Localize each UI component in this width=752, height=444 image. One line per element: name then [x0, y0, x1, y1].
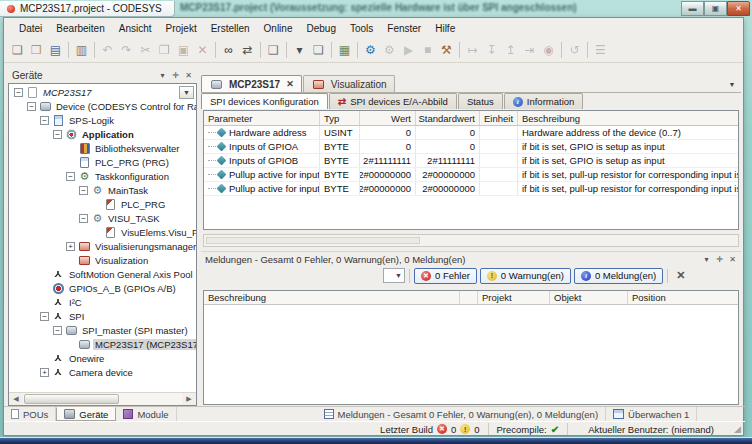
tree-item-spi-master-spi-master[interactable]: −SPI_master (SPI master) — [9, 323, 196, 337]
save-project-icon[interactable]: ▤ — [46, 40, 65, 59]
expander-minus-icon[interactable]: − — [79, 214, 88, 223]
menu-projekt[interactable]: Projekt — [159, 21, 204, 36]
cell-wert[interactable]: 0 — [360, 126, 416, 139]
cell-parameter: Pullup active for inputs A — [204, 168, 320, 181]
subtab-information[interactable]: iInformation — [504, 93, 584, 109]
view-tab-module[interactable]: Module — [116, 407, 176, 421]
close-tab-icon[interactable]: ✕ — [286, 79, 294, 89]
panel-tab-meldungen-gesamt-0-fehle[interactable]: Meldungen - Gesamt 0 Fehler, 0 Warnung(e… — [317, 407, 607, 421]
filter-0-fehler[interactable]: ✕0 Fehler — [414, 268, 477, 284]
tree-item-onewire[interactable]: Onewire — [9, 351, 196, 365]
panel-menu-icon[interactable]: ▾ — [156, 69, 169, 81]
expander-minus-icon[interactable]: − — [40, 116, 49, 125]
menu-fenster[interactable]: Fenster — [380, 21, 428, 36]
parameter-row-hardware-address[interactable]: Hardware addressUSINT00Hardware address … — [204, 126, 738, 140]
tree-item-device-codesys-control-for-raspberry-pi[interactable]: −Device (CODESYS Control for Raspberry P… — [9, 99, 196, 113]
tree-item-mcp23s17-mcp23s17[interactable]: MCP23S17 (MCP23S17) — [9, 337, 196, 351]
menu-ansicht[interactable]: Ansicht — [112, 21, 159, 36]
filter-0-warnung-en[interactable]: !0 Warnung(en) — [480, 268, 571, 284]
menu-debug[interactable]: Debug — [299, 21, 342, 36]
parameter-row-pullup-active-for-inputs-b[interactable]: Pullup active for inputs BBYTE2#00000000… — [204, 182, 738, 196]
tree-item-taskkonfiguration[interactable]: −Taskkonfiguration — [9, 169, 196, 183]
expander-minus-icon[interactable]: − — [27, 102, 36, 111]
tab-list-dropdown-icon[interactable]: ▼ — [725, 78, 739, 91]
cell-wert[interactable]: 0 — [360, 140, 416, 153]
doc-tab-mcp23s17[interactable]: MCP23S17✕ — [201, 75, 302, 92]
menu-online[interactable]: Online — [257, 21, 300, 36]
tree-item-camera-device[interactable]: +Camera device — [9, 365, 196, 379]
menu-datei[interactable]: Datei — [12, 21, 49, 36]
expander-minus-icon[interactable]: − — [66, 172, 75, 181]
scroll-left-icon[interactable]: ◀ — [9, 393, 23, 405]
close-button[interactable]: ✕ — [727, 1, 750, 16]
tree-horizontal-scrollbar[interactable]: ◀ ▶ — [9, 392, 196, 405]
parameter-row-inputs-of-gpioa[interactable]: Inputs of GPIOABYTE00if bit is set, GPIO… — [204, 140, 738, 154]
subtab-spi-devices-e-a-abbild[interactable]: SPI devices E/A-Abbild — [329, 93, 457, 109]
expander-plus-icon[interactable]: + — [40, 368, 49, 377]
close-icon[interactable]: ✕ — [726, 253, 739, 265]
tree-item-visualisierungsmanager[interactable]: +Visualisierungsmanager — [9, 239, 196, 253]
filter-0-meldung-en[interactable]: i0 Meldung(en) — [574, 268, 663, 284]
menu-tools[interactable]: Tools — [343, 21, 380, 36]
scroll-right-icon[interactable]: ▶ — [182, 393, 196, 405]
menu-bearbeiten[interactable]: Bearbeiten — [49, 21, 111, 36]
find-icon[interactable]: ∞ — [219, 40, 238, 59]
cell-wert[interactable]: 2#00000000 — [360, 182, 416, 195]
open-project-icon[interactable]: ❒ — [27, 40, 46, 59]
maximize-button[interactable]: ▣ — [704, 1, 727, 16]
editor-horizontal-scrollbar[interactable] — [203, 234, 739, 247]
expander-minus-icon[interactable]: − — [14, 88, 23, 97]
build-icon[interactable]: ▾ — [290, 40, 309, 59]
view-tab-ger-te[interactable]: Geräte — [56, 407, 116, 421]
message-category-dropdown[interactable]: ▼ — [383, 268, 405, 283]
tree-item-visuelems-visu-prg[interactable]: VisuElems.Visu_Prg — [9, 225, 196, 239]
tree-item-softmotion-general-axis-pool[interactable]: SoftMotion General Axis Pool — [9, 267, 196, 281]
tree-item-sps-logik[interactable]: −SPS-Logik — [9, 113, 196, 127]
expander-minus-icon[interactable]: − — [79, 186, 88, 195]
menu-hilfe[interactable]: Hilfe — [428, 21, 462, 36]
menu-erstellen[interactable]: Erstellen — [204, 21, 257, 36]
tree-item-visualization[interactable]: Visualization — [9, 253, 196, 267]
clean-icon[interactable]: ▦ — [335, 40, 354, 59]
tree-item-maintask[interactable]: −MainTask — [9, 183, 196, 197]
new-project-icon[interactable]: ❏ — [8, 40, 27, 59]
export-icon[interactable]: ❑ — [264, 40, 283, 59]
scroll-track[interactable] — [23, 393, 182, 405]
view-tab-pous[interactable]: POUs — [4, 407, 56, 421]
cell-wert[interactable]: 2#00000000 — [360, 168, 416, 181]
pin-icon[interactable]: ✛ — [713, 253, 726, 265]
panel-menu-icon[interactable]: ▾ — [700, 253, 713, 265]
clear-messages-icon[interactable]: ✕ — [672, 269, 689, 282]
login-icon[interactable]: ⚙ — [361, 40, 380, 59]
expander-minus-icon[interactable]: − — [40, 312, 49, 321]
tree-item-plc-prg[interactable]: PLC_PRG — [9, 197, 196, 211]
parameter-row-inputs-of-gpiob[interactable]: Inputs of GPIOBBYTE2#111111112#11111111i… — [204, 154, 738, 168]
tree-item-bibliotheksverwalter[interactable]: Bibliotheksverwalter — [9, 141, 196, 155]
subtab-spi-devices-konfiguration[interactable]: SPI devices Konfiguration — [201, 93, 328, 109]
expander-minus-icon[interactable]: − — [53, 130, 62, 139]
tree-item-plc-prg-prg[interactable]: PLC_PRG (PRG) — [9, 155, 196, 169]
minimize-button[interactable]: ▬ — [681, 1, 704, 16]
device-selector-dropdown[interactable]: ▼ — [179, 86, 194, 99]
panel-tab-berwachen-1[interactable]: Überwachen 1 — [606, 407, 697, 421]
pin-icon[interactable]: ✛ — [169, 69, 182, 81]
debug-tools-icon[interactable]: ⚒ — [437, 40, 456, 59]
tree-item-spi[interactable]: −SPI — [9, 309, 196, 323]
tree-item-i-c[interactable]: I²C — [9, 295, 196, 309]
parameter-row-pullup-active-for-inputs-a[interactable]: Pullup active for inputs ABYTE2#00000000… — [204, 168, 738, 182]
doc-tab-visualization[interactable]: Visualization — [303, 75, 395, 92]
find-replace-icon[interactable]: ⇄ — [238, 40, 257, 59]
expander-plus-icon[interactable]: + — [66, 242, 75, 251]
subtab-status[interactable]: Status — [458, 93, 503, 109]
tree-item-application[interactable]: −Application — [9, 127, 196, 141]
cell-wert[interactable]: 2#11111111 — [360, 154, 416, 167]
print-icon[interactable]: ▥ — [72, 40, 91, 59]
tree-item-visu-task[interactable]: −VISU_TASK — [9, 211, 196, 225]
close-icon[interactable]: ✕ — [182, 69, 195, 81]
scroll-thumb[interactable] — [24, 394, 119, 404]
tree-item-gpios-a-b-gpios-a-b[interactable]: GPIOs_A_B (GPIOs A/B) — [9, 281, 196, 295]
generate-code-icon[interactable]: ❏ — [309, 40, 328, 59]
resize-grip-icon[interactable]: ◢ — [734, 424, 741, 434]
expander-minus-icon[interactable]: − — [53, 326, 62, 335]
tree-item-mcp23s17[interactable]: −MCP23S17 — [9, 85, 196, 99]
